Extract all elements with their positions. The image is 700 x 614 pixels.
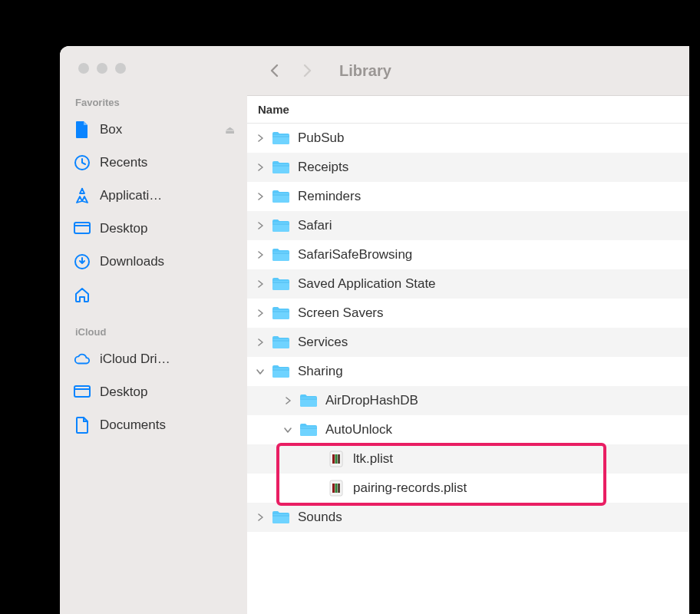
file-name: Receipts xyxy=(298,160,348,175)
plist-file-icon xyxy=(327,480,345,497)
svg-rect-31 xyxy=(335,454,338,464)
forward-button[interactable] xyxy=(293,58,321,83)
file-name: Sounds xyxy=(298,510,342,525)
file-row[interactable]: pairing-records.plist xyxy=(247,474,689,503)
folder-icon xyxy=(272,130,290,146)
file-row[interactable]: Sounds xyxy=(247,503,689,532)
chevron-down-icon[interactable] xyxy=(284,426,296,434)
file-name: Screen Savers xyxy=(298,305,384,321)
chevron-right-icon[interactable] xyxy=(256,163,269,171)
file-row[interactable]: Reminders xyxy=(247,182,689,211)
file-name: Reminders xyxy=(298,189,361,204)
finder-window: FavoritesBox⏏RecentsApplicati…DesktopDow… xyxy=(60,46,689,614)
sidebar-item[interactable] xyxy=(60,278,247,311)
chevron-right-icon[interactable] xyxy=(256,513,269,521)
sidebar-item-label: Recents xyxy=(100,155,235,170)
sidebar-item[interactable]: iCloud Dri… xyxy=(60,342,247,375)
sidebar-item-label: Desktop xyxy=(100,221,235,236)
close-icon[interactable] xyxy=(78,63,89,74)
traffic-lights[interactable] xyxy=(60,63,247,74)
folder-icon xyxy=(272,335,290,350)
chevron-down-icon[interactable] xyxy=(256,368,269,375)
folder-icon xyxy=(299,422,318,437)
file-row[interactable]: AirDropHashDB xyxy=(247,386,689,415)
sidebar-item[interactable]: Desktop xyxy=(60,375,247,408)
window-title: Library xyxy=(339,62,391,80)
sidebar-item-label: Documents xyxy=(100,418,235,433)
sidebar-item[interactable]: Desktop xyxy=(60,212,247,245)
sidebar-item[interactable]: Downloads xyxy=(60,245,247,278)
folder-icon xyxy=(272,160,290,175)
sidebar-section-label: iCloud xyxy=(60,326,247,342)
svg-rect-36 xyxy=(338,484,340,493)
chevron-right-icon[interactable] xyxy=(256,251,269,259)
chevron-right-icon[interactable] xyxy=(256,222,269,229)
toolbar: Library xyxy=(247,46,689,96)
chevron-right-icon[interactable] xyxy=(256,134,269,142)
svg-point-1 xyxy=(81,187,83,189)
main-pane: Library Name PubSubReceiptsRemindersSafa… xyxy=(247,46,689,614)
sidebar-item-label: Desktop xyxy=(100,385,235,400)
file-name: Services xyxy=(298,335,348,350)
file-row[interactable]: Receipts xyxy=(247,153,689,182)
docoutline-icon xyxy=(74,417,91,434)
sidebar-item[interactable]: Box⏏ xyxy=(60,113,247,146)
app-icon xyxy=(74,187,91,204)
sidebar-item-label: Downloads xyxy=(100,254,235,269)
file-row[interactable]: Safari xyxy=(247,211,689,240)
file-name: PubSub xyxy=(298,130,345,146)
sidebar-item[interactable]: Applicati… xyxy=(60,179,247,212)
download-icon xyxy=(74,253,91,270)
column-header-name[interactable]: Name xyxy=(247,96,689,124)
chevron-right-icon[interactable] xyxy=(256,338,269,346)
folder-icon xyxy=(272,510,290,525)
sidebar-item[interactable]: Recents xyxy=(60,146,247,179)
back-button[interactable] xyxy=(261,58,289,83)
sidebar-section-label: Favorites xyxy=(60,97,247,113)
file-row[interactable]: Sharing xyxy=(247,357,689,386)
cloud-icon xyxy=(74,351,91,368)
svg-rect-2 xyxy=(74,223,90,233)
file-list[interactable]: PubSubReceiptsRemindersSafariSafariSafeB… xyxy=(247,124,689,614)
doc-icon xyxy=(74,121,91,138)
folder-icon xyxy=(272,218,290,233)
zoom-icon[interactable] xyxy=(115,63,126,74)
file-row[interactable]: AutoUnlock xyxy=(247,415,689,444)
desktop-icon xyxy=(74,384,91,401)
sidebar-item-label: iCloud Dri… xyxy=(100,352,235,367)
sidebar-item-label: Applicati… xyxy=(100,188,235,203)
minimize-icon[interactable] xyxy=(97,63,107,74)
file-row[interactable]: PubSub xyxy=(247,124,689,153)
file-row[interactable]: Screen Savers xyxy=(247,299,689,328)
file-name: Sharing xyxy=(298,364,343,379)
eject-icon[interactable]: ⏏ xyxy=(225,124,235,136)
sidebar-item-label: Box xyxy=(100,122,216,137)
folder-icon xyxy=(272,247,290,262)
file-row[interactable]: SafariSafeBrowsing xyxy=(247,240,689,269)
chevron-right-icon[interactable] xyxy=(256,280,269,288)
chevron-right-icon[interactable] xyxy=(256,309,269,317)
file-name: AutoUnlock xyxy=(325,422,392,437)
sidebar-item[interactable]: Documents xyxy=(60,408,247,441)
folder-icon xyxy=(272,305,290,321)
chevron-right-icon[interactable] xyxy=(256,193,269,200)
plist-file-icon xyxy=(327,451,345,467)
disclosure-spacer xyxy=(312,483,324,494)
folder-icon xyxy=(272,189,290,204)
file-name: SafariSafeBrowsing xyxy=(298,247,412,262)
chevron-right-icon[interactable] xyxy=(284,397,296,404)
folder-icon xyxy=(272,364,290,379)
file-row[interactable]: ltk.plist xyxy=(247,444,689,474)
home-icon xyxy=(74,286,91,303)
sidebar: FavoritesBox⏏RecentsApplicati…DesktopDow… xyxy=(60,46,247,614)
file-row[interactable]: Saved Application State xyxy=(247,269,689,299)
file-name: Safari xyxy=(298,218,332,233)
clock-icon xyxy=(74,154,91,171)
svg-rect-35 xyxy=(335,484,338,493)
svg-rect-30 xyxy=(332,454,335,464)
svg-rect-34 xyxy=(332,484,335,493)
desktop-icon xyxy=(74,220,91,237)
file-name: Saved Application State xyxy=(298,276,436,292)
file-name: pairing-records.plist xyxy=(353,480,467,496)
file-row[interactable]: Services xyxy=(247,328,689,357)
